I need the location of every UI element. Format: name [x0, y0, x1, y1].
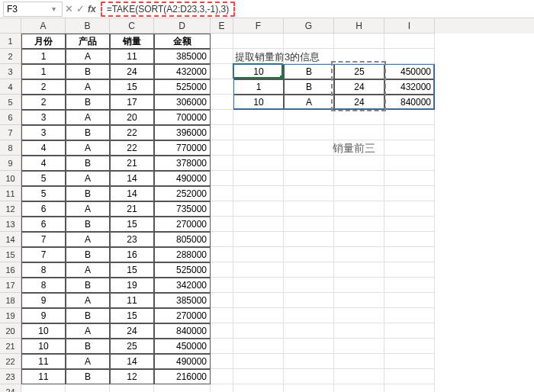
cell[interactable]: [334, 110, 384, 125]
cell[interactable]: [211, 384, 233, 392]
cell[interactable]: [154, 384, 211, 392]
row-header[interactable]: 8: [0, 140, 21, 156]
cell[interactable]: [211, 156, 233, 171]
cell[interactable]: [211, 323, 233, 339]
cell[interactable]: 9: [21, 293, 66, 308]
cell[interactable]: 525000: [154, 79, 211, 95]
row-header[interactable]: 12: [0, 201, 21, 217]
cell[interactable]: A: [66, 171, 110, 186]
cell[interactable]: [334, 125, 384, 140]
cell[interactable]: 23: [110, 232, 154, 247]
cell[interactable]: 385000: [154, 49, 211, 64]
cell[interactable]: [66, 384, 110, 392]
cell[interactable]: [384, 323, 435, 339]
cell[interactable]: [233, 354, 284, 369]
row-header[interactable]: 13: [0, 217, 21, 232]
row-header[interactable]: 24: [0, 384, 21, 392]
cell[interactable]: [233, 369, 284, 384]
cell[interactable]: [284, 247, 334, 262]
cell[interactable]: 306000: [154, 95, 211, 110]
cell[interactable]: [284, 125, 334, 140]
cell[interactable]: [284, 186, 334, 201]
row-header[interactable]: 2: [0, 49, 21, 64]
cell[interactable]: [334, 369, 384, 384]
cell[interactable]: [334, 293, 384, 308]
cell[interactable]: A: [66, 262, 110, 278]
cell[interactable]: [334, 34, 384, 49]
cell[interactable]: 700000: [154, 110, 211, 125]
cell[interactable]: 450000: [154, 339, 211, 354]
cell[interactable]: B: [66, 247, 110, 262]
cell[interactable]: 8: [21, 278, 66, 293]
cell[interactable]: [384, 201, 435, 217]
cell[interactable]: B: [66, 156, 110, 171]
cell[interactable]: [284, 156, 334, 171]
cell[interactable]: 385000: [154, 293, 211, 308]
cell[interactable]: 销量: [110, 34, 154, 49]
cell[interactable]: [233, 140, 284, 156]
cell[interactable]: A: [66, 140, 110, 156]
cell[interactable]: B: [66, 64, 110, 79]
cell[interactable]: 12: [110, 369, 154, 384]
cell[interactable]: 5: [21, 186, 66, 201]
cell[interactable]: [384, 247, 435, 262]
cell[interactable]: [284, 278, 334, 293]
col-header-G[interactable]: G: [284, 18, 334, 34]
cell[interactable]: [384, 49, 435, 64]
cell[interactable]: [233, 323, 284, 339]
cell[interactable]: [384, 369, 435, 384]
cell[interactable]: 22: [110, 140, 154, 156]
cell[interactable]: 21: [110, 201, 154, 217]
cell[interactable]: 8: [21, 262, 66, 278]
cell[interactable]: [211, 95, 233, 110]
cell[interactable]: [233, 171, 284, 186]
cell[interactable]: 月份: [21, 34, 66, 49]
col-header-F[interactable]: F: [233, 18, 284, 34]
cell[interactable]: [334, 171, 384, 186]
cell[interactable]: [384, 140, 435, 156]
cell[interactable]: 14: [110, 186, 154, 201]
cell[interactable]: B: [284, 79, 334, 95]
cell[interactable]: [384, 308, 435, 323]
cell[interactable]: 产品: [66, 34, 110, 49]
row-header[interactable]: 14: [0, 232, 21, 247]
cell[interactable]: 10: [21, 339, 66, 354]
cell[interactable]: [284, 339, 334, 354]
cell[interactable]: [334, 217, 384, 232]
cell[interactable]: 10: [233, 64, 284, 79]
cell[interactable]: [384, 293, 435, 308]
row-header[interactable]: 10: [0, 171, 21, 186]
cell[interactable]: [233, 339, 284, 354]
cell[interactable]: 22: [110, 125, 154, 140]
accept-icon[interactable]: ✓: [76, 3, 85, 14]
cell[interactable]: 216000: [154, 369, 211, 384]
cell[interactable]: [334, 278, 384, 293]
cell[interactable]: [233, 125, 284, 140]
row-header[interactable]: 20: [0, 323, 21, 339]
cell[interactable]: [21, 384, 66, 392]
cell[interactable]: [384, 217, 435, 232]
cell[interactable]: A: [66, 323, 110, 339]
cell[interactable]: 24: [110, 323, 154, 339]
cell[interactable]: B: [66, 125, 110, 140]
cell[interactable]: [284, 384, 334, 392]
row-header[interactable]: 9: [0, 156, 21, 171]
cell[interactable]: 11: [21, 354, 66, 369]
row-header[interactable]: 16: [0, 262, 21, 278]
cell[interactable]: [211, 64, 233, 79]
cell[interactable]: A: [66, 79, 110, 95]
cell[interactable]: [211, 171, 233, 186]
cell[interactable]: 24: [110, 64, 154, 79]
cell[interactable]: [384, 384, 435, 392]
cell[interactable]: 11: [110, 49, 154, 64]
cell[interactable]: A: [66, 293, 110, 308]
cell[interactable]: [334, 308, 384, 323]
select-all-corner[interactable]: [0, 18, 21, 34]
cell[interactable]: B: [66, 217, 110, 232]
cell[interactable]: [211, 49, 233, 64]
cell[interactable]: [233, 293, 284, 308]
cell[interactable]: B: [66, 95, 110, 110]
cell[interactable]: [233, 384, 284, 392]
cell[interactable]: [384, 125, 435, 140]
cell[interactable]: 288000: [154, 247, 211, 262]
